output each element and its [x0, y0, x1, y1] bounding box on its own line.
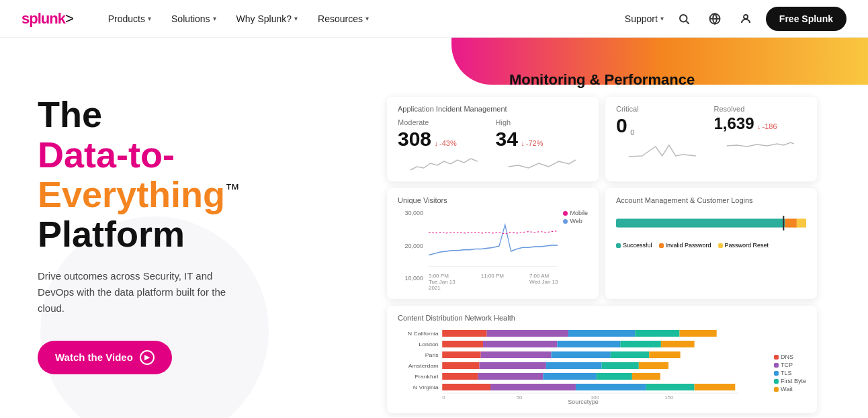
visitors-y-axis: 30,000 20,000 10,000 — [398, 210, 423, 291]
invalid-legend — [659, 243, 664, 248]
svg-text:20: 20 — [654, 236, 660, 237]
svg-text:Amsterdam: Amsterdam — [408, 362, 439, 368]
cdn-legend: DNS TCP TLS — [774, 327, 806, 405]
svg-text:60: 60 — [730, 236, 736, 237]
successful-legend — [616, 243, 621, 248]
svg-text:Frankfurt: Frankfurt — [415, 373, 439, 379]
svg-rect-29 — [442, 341, 483, 347]
svg-rect-38 — [649, 351, 680, 358]
reset-legend — [718, 243, 723, 248]
logo-text: splunk — [21, 10, 65, 27]
hero-title: The Data-to-Everything™ Platform — [38, 95, 328, 255]
svg-rect-30 — [483, 341, 557, 347]
hero-subtitle: Drive outcomes across Security, IT and D… — [38, 268, 239, 317]
svg-rect-32 — [620, 341, 661, 347]
resolved-sparkline — [714, 136, 807, 156]
svg-text:50: 50 — [517, 394, 523, 401]
hero-title-highlight: Data-to- — [38, 134, 175, 175]
wait-legend — [774, 387, 779, 392]
search-icon[interactable] — [673, 8, 695, 30]
svg-rect-52 — [646, 384, 695, 390]
svg-rect-45 — [478, 373, 543, 380]
svg-rect-7 — [616, 218, 785, 227]
svg-rect-10 — [783, 216, 784, 231]
svg-rect-35 — [481, 351, 552, 358]
nav-products[interactable]: Products ▾ — [100, 9, 159, 28]
navigation: splunk> Products ▾ Solutions ▾ Why Splun… — [0, 0, 868, 38]
svg-rect-39 — [442, 362, 479, 369]
svg-rect-46 — [543, 373, 596, 380]
high-sparkline — [496, 153, 589, 173]
svg-rect-48 — [632, 373, 660, 380]
chevron-down-icon: ▾ — [660, 15, 664, 22]
svg-rect-50 — [490, 384, 576, 390]
tcp-legend — [774, 363, 779, 368]
chevron-down-icon: ▾ — [148, 15, 151, 22]
high-metric: High 34 ↓ -72% — [496, 118, 589, 173]
right-top-metrics: Critical 0 0 Re — [616, 105, 806, 160]
nav-resources[interactable]: Resources ▾ — [310, 9, 377, 28]
svg-rect-47 — [597, 373, 632, 380]
svg-rect-28 — [680, 330, 717, 337]
svg-rect-9 — [797, 218, 806, 227]
svg-text:0: 0 — [616, 236, 619, 237]
svg-text:N California: N California — [408, 330, 439, 336]
hero-content: The Data-to-Everything™ Platform Drive o… — [0, 38, 349, 418]
web-legend-dot — [563, 219, 568, 224]
cdn-chart-area: N California London Paris Amsterdam Fran… — [398, 327, 769, 405]
hero-dashboard: Monitoring & Performance Application Inc… — [349, 38, 868, 418]
critical-metric: Critical 0 0 — [616, 105, 709, 160]
incident-card-title: Application Incident Management — [398, 105, 588, 113]
critical-resolved-card: Critical 0 0 Re — [605, 97, 817, 181]
svg-rect-53 — [695, 384, 736, 390]
nav-solutions[interactable]: Solutions ▾ — [163, 9, 224, 28]
user-icon[interactable] — [735, 8, 756, 30]
visitors-title: Unique Visitors — [398, 196, 588, 204]
svg-text:London: London — [419, 341, 439, 347]
account-card: Account Management & Customer Logins — [605, 188, 817, 299]
svg-rect-42 — [602, 362, 639, 369]
svg-point-4 — [744, 15, 748, 19]
account-title: Account Management & Customer Logins — [616, 196, 806, 204]
nav-why-splunk[interactable]: Why Splunk? ▾ — [228, 9, 306, 28]
svg-rect-40 — [479, 362, 546, 369]
svg-rect-34 — [442, 351, 480, 358]
free-splunk-button[interactable]: Free Splunk — [766, 7, 847, 31]
svg-rect-44 — [442, 373, 478, 380]
hero-title-orange: Everything — [38, 174, 225, 214]
chevron-down-icon: ▾ — [294, 15, 298, 22]
dashboard-grid: Application Incident Management Moderate… — [387, 97, 817, 413]
moderate-metric: Moderate 308 ↓ -43% — [398, 118, 490, 173]
svg-rect-31 — [557, 341, 620, 347]
svg-rect-43 — [639, 362, 668, 369]
critical-sparkline — [616, 140, 709, 160]
nav-actions: Support ▾ Free Splunk — [625, 7, 847, 31]
svg-text:100: 100 — [803, 236, 806, 237]
account-chart: 89.00% 0 20 40 60 80 100 Su — [616, 210, 806, 249]
visitors-legend: Mobile Web — [563, 210, 588, 291]
svg-text:N Virginia: N Virginia — [413, 384, 439, 390]
moderate-sparkline — [398, 153, 490, 173]
svg-rect-26 — [568, 330, 635, 337]
watch-video-button[interactable]: Watch the Video ▶ — [38, 341, 172, 374]
svg-line-1 — [687, 21, 689, 24]
globe-icon[interactable] — [704, 8, 726, 30]
cdn-title: Content Distribution Network Health — [398, 314, 806, 322]
svg-rect-27 — [635, 330, 679, 337]
logo[interactable]: splunk> — [21, 10, 73, 28]
svg-rect-51 — [576, 384, 646, 390]
dns-legend — [774, 355, 779, 360]
incident-metrics: Moderate 308 ↓ -43% — [398, 118, 588, 173]
svg-rect-8 — [785, 218, 796, 227]
svg-rect-36 — [552, 351, 611, 358]
nav-links: Products ▾ Solutions ▾ Why Splunk? ▾ Res… — [100, 9, 625, 28]
chevron-down-icon: ▾ — [365, 15, 369, 22]
cdn-chart-wrap: N California London Paris Amsterdam Fran… — [398, 327, 806, 405]
svg-rect-41 — [546, 362, 602, 369]
resolved-metric: Resolved 1,639 ↓ -186 — [714, 105, 807, 160]
svg-rect-33 — [661, 341, 695, 347]
svg-point-0 — [680, 15, 687, 22]
first-byte-legend — [774, 379, 779, 384]
support-link[interactable]: Support ▾ — [625, 13, 664, 24]
svg-rect-49 — [442, 384, 490, 390]
